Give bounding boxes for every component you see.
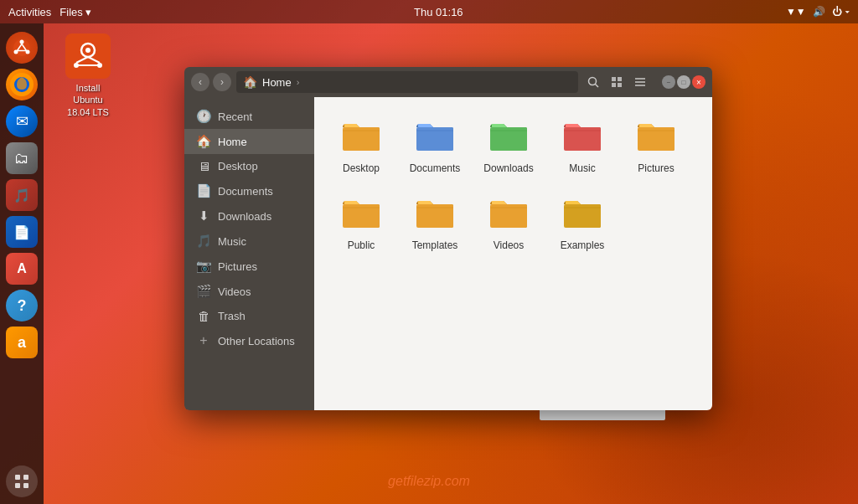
sidebar-item-videos[interactable]: 🎬 Videos <box>184 279 314 304</box>
dock-item-firefox[interactable] <box>4 67 39 102</box>
sidebar-item-pictures[interactable]: 📷 Pictures <box>184 254 314 279</box>
file-label-videos: Videos <box>494 239 524 253</box>
file-icon-music <box>561 116 604 159</box>
sidebar-item-desktop[interactable]: 🖥 Desktop <box>184 154 314 178</box>
file-label-documents: Documents <box>410 162 461 176</box>
view-toggle-button[interactable] <box>607 72 627 92</box>
file-label-music: Music <box>569 162 595 176</box>
home-sidebar-icon: 🏠 <box>196 134 211 149</box>
window-controls: − □ × <box>662 75 706 89</box>
files-menu-label: Files <box>59 6 82 18</box>
ubuntu-logo <box>6 32 38 64</box>
sidebar-item-music[interactable]: 🎵 Music <box>184 229 314 254</box>
topbar-left: Activities Files ▾ <box>8 6 91 18</box>
sidebar-label-recent: Recent <box>218 111 252 123</box>
dock-item-help[interactable]: ? <box>4 288 39 323</box>
sidebar-item-other-locations[interactable]: + Other Locations <box>184 328 314 353</box>
file-item-public[interactable]: Public <box>328 188 395 258</box>
menu-button[interactable] <box>630 72 650 92</box>
power-icon[interactable]: ⏻ ▾ <box>832 6 850 18</box>
view-icon <box>611 76 623 88</box>
home-location-icon: 🏠 <box>243 75 257 89</box>
sidebar-label-trash: Trash <box>218 310 246 322</box>
bag-icon: A <box>17 261 27 276</box>
activities-button[interactable]: Activities <box>8 6 51 18</box>
sidebar-label-desktop: Desktop <box>218 160 258 172</box>
file-item-music[interactable]: Music <box>549 111 616 181</box>
back-button[interactable]: ‹ <box>191 73 209 91</box>
file-item-templates[interactable]: Templates <box>401 188 468 258</box>
dock: ✉ 🗂 🎵 📄 A ? a <box>0 23 44 504</box>
appstore-icon: A <box>6 253 38 285</box>
music-icon: 🎵 <box>13 188 30 203</box>
svg-rect-20 <box>612 77 616 81</box>
volume-icon[interactable]: 🔊 <box>813 6 825 18</box>
rhythmbox-icon: 🎵 <box>6 179 38 211</box>
sidebar-label-documents: Documents <box>218 185 273 198</box>
file-icon-documents <box>413 116 457 159</box>
recent-icon: 🕐 <box>196 109 211 124</box>
file-label-templates: Templates <box>412 239 458 253</box>
files-menu[interactable]: Files ▾ <box>59 6 90 18</box>
file-manager-window: ‹ › 🏠 Home › <box>184 67 712 410</box>
amazon-a-icon: a <box>18 334 26 352</box>
file-item-videos[interactable]: Videos <box>475 188 542 258</box>
dock-item-thunderbird[interactable]: ✉ <box>4 104 39 139</box>
dock-item-rhythmbox[interactable]: 🎵 <box>4 177 39 213</box>
documents-sidebar-icon: 📄 <box>196 183 211 198</box>
svg-rect-6 <box>15 475 20 480</box>
file-icon-videos <box>487 193 530 236</box>
dock-item-amazon[interactable]: a <box>4 325 39 360</box>
install-ubuntu-label: InstallUbuntu18.04 LTS <box>67 82 109 118</box>
file-icon-public <box>339 193 383 236</box>
svg-rect-9 <box>23 483 28 488</box>
grid-icon <box>13 473 30 490</box>
sidebar-label-other-locations: Other Locations <box>218 335 295 347</box>
file-item-desktop[interactable]: Desktop <box>328 111 395 181</box>
maximize-button[interactable]: □ <box>677 75 690 89</box>
sidebar-item-home[interactable]: 🏠 Home <box>184 129 314 154</box>
ubuntu-icon <box>12 38 32 58</box>
dock-item-files[interactable]: 🗂 <box>4 141 39 176</box>
videos-sidebar-icon: 🎬 <box>196 284 211 299</box>
file-item-pictures[interactable]: Pictures <box>623 111 690 181</box>
sidebar-item-documents[interactable]: 📄 Documents <box>184 178 314 203</box>
sidebar-item-trash[interactable]: 🗑 Trash <box>184 304 314 328</box>
dock-item-appstore[interactable]: A <box>4 251 39 286</box>
clock-time: Thu 01:16 <box>414 6 463 18</box>
svg-rect-22 <box>612 83 616 87</box>
sidebar-item-recent[interactable]: 🕐 Recent <box>184 104 314 129</box>
libreoffice-icon: 📄 <box>6 216 38 248</box>
topbar-right: ▼▼ 🔊 ⏻ ▾ <box>786 6 850 18</box>
file-item-examples[interactable]: Examples <box>549 188 616 258</box>
file-icon-templates <box>413 193 457 236</box>
forward-button[interactable]: › <box>213 73 231 91</box>
dock-bottom <box>6 465 38 497</box>
thunderbird-icon: ✉ <box>16 112 28 131</box>
close-button[interactable]: × <box>692 75 706 89</box>
music-sidebar-icon: 🎵 <box>196 234 211 249</box>
file-icon-pictures <box>634 116 678 159</box>
svg-point-1 <box>20 40 24 44</box>
pictures-sidebar-icon: 📷 <box>196 259 211 274</box>
question-icon: ? <box>18 297 27 315</box>
doc-icon: 📄 <box>13 224 30 240</box>
install-ubuntu-svg <box>65 33 111 79</box>
show-apps-button[interactable] <box>6 465 38 497</box>
minimize-button[interactable]: − <box>662 75 675 89</box>
file-label-downloads: Downloads <box>483 162 533 176</box>
file-icon-examples <box>561 193 604 236</box>
dock-item-libreoffice[interactable]: 📄 <box>4 214 39 249</box>
sidebar-item-downloads[interactable]: ⬇ Downloads <box>184 203 314 229</box>
hamburger-icon <box>634 76 646 88</box>
location-bar[interactable]: 🏠 Home › <box>236 71 578 93</box>
file-item-downloads[interactable]: Downloads <box>475 111 542 181</box>
plus-icon: + <box>196 333 211 348</box>
titlebar-actions <box>583 72 650 92</box>
desktop-icon-install-ubuntu[interactable]: InstallUbuntu18.04 LTS <box>54 33 121 118</box>
search-button[interactable] <box>583 72 603 92</box>
dock-item-ubuntu[interactable] <box>4 30 39 65</box>
network-icon[interactable]: ▼▼ <box>786 6 806 18</box>
file-manager-sidebar: 🕐 Recent 🏠 Home 🖥 Desktop 📄 Documents ⬇ … <box>184 97 314 410</box>
file-item-documents[interactable]: Documents <box>401 111 468 181</box>
